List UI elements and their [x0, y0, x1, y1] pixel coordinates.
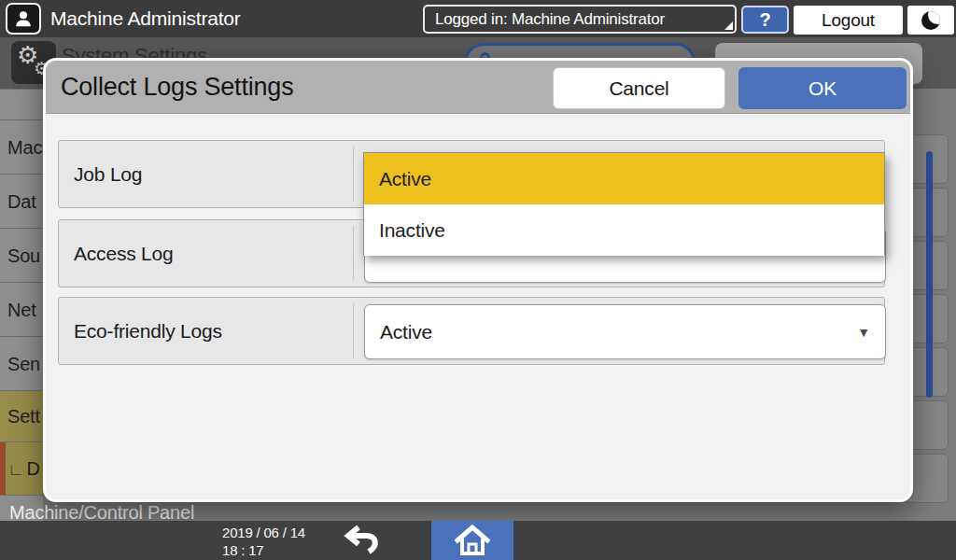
user-icon	[12, 8, 35, 29]
sidebar: Mac Dat Sou Net Sen Sett ∟D	[0, 89, 43, 521]
sidebar-item[interactable]	[0, 89, 43, 119]
divider	[0, 495, 43, 496]
divider	[353, 303, 354, 358]
user-button[interactable]	[6, 3, 41, 35]
sidebar-item-settings-selected[interactable]: Sett	[0, 390, 43, 441]
sidebar-item-send[interactable]: Sen	[0, 336, 43, 390]
sidebar-subitem-selected[interactable]: ∟D	[0, 441, 43, 495]
home-button[interactable]	[431, 521, 513, 560]
screen: ⚙ ⚙ System Settings Mac Dat Sou Net Sen …	[0, 0, 956, 560]
ok-button[interactable]: OK	[738, 67, 907, 109]
divider	[353, 147, 354, 202]
access-log-label: Access Log	[74, 243, 174, 265]
back-button[interactable]	[338, 525, 385, 556]
selected-accent-bar	[0, 442, 6, 495]
dialog-title: Collect Logs Settings	[61, 61, 293, 114]
job-log-label: Job Log	[74, 163, 142, 186]
datetime-display: 2019 / 06 / 14 18 : 17	[222, 524, 305, 559]
chevron-down-icon: ▼	[857, 325, 870, 340]
job-log-dropdown-list: Active Inactive	[363, 152, 885, 255]
time-text: 18 : 17	[222, 541, 305, 559]
eco-friendly-logs-label: Eco-friendly Logs	[74, 320, 222, 343]
divider	[353, 226, 354, 281]
moon-icon	[921, 11, 940, 30]
help-button[interactable]: ?	[741, 6, 789, 34]
sidebar-item-network[interactable]: Net	[0, 282, 43, 336]
sidebar-item-sound[interactable]: Sou	[0, 228, 43, 282]
dropdown-option-active[interactable]: Active	[364, 153, 884, 204]
collect-logs-settings-dialog: Collect Logs Settings Cancel OK Job Log …	[43, 58, 913, 502]
dropdown-corner-icon	[724, 21, 733, 30]
home-icon	[455, 525, 490, 556]
cancel-button[interactable]: Cancel	[553, 67, 725, 109]
page-title: Machine Administrator	[50, 0, 241, 37]
sidebar-item-date[interactable]: Dat	[0, 174, 43, 228]
dark-mode-button[interactable]	[907, 6, 954, 35]
bottom-bar: 2019 / 06 / 14 18 : 17	[0, 521, 956, 560]
logged-in-label: Logged in: Machine Administrator	[435, 10, 665, 28]
scrollbar-thumb[interactable]	[926, 151, 933, 398]
date-text: 2019 / 06 / 14	[222, 524, 305, 541]
eco-friendly-logs-select[interactable]: Active ▼	[364, 304, 886, 359]
logged-in-dropdown[interactable]: Logged in: Machine Administrator	[423, 5, 737, 34]
top-bar: Machine Administrator Logged in: Machine…	[0, 0, 956, 37]
logout-button[interactable]: Logout	[794, 6, 903, 35]
sub-item-icon: ∟	[7, 460, 23, 479]
eco-friendly-logs-row: Eco-friendly Logs Active ▼	[58, 297, 885, 365]
eco-select-value: Active	[380, 321, 432, 343]
dropdown-option-inactive[interactable]: Inactive	[364, 204, 884, 256]
sidebar-item-machine[interactable]: Mac	[0, 119, 43, 174]
back-icon	[341, 525, 382, 555]
